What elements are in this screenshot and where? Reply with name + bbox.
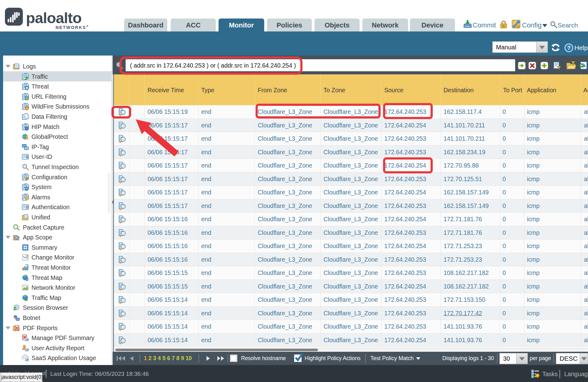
svg-text:?: ? bbox=[567, 45, 570, 51]
